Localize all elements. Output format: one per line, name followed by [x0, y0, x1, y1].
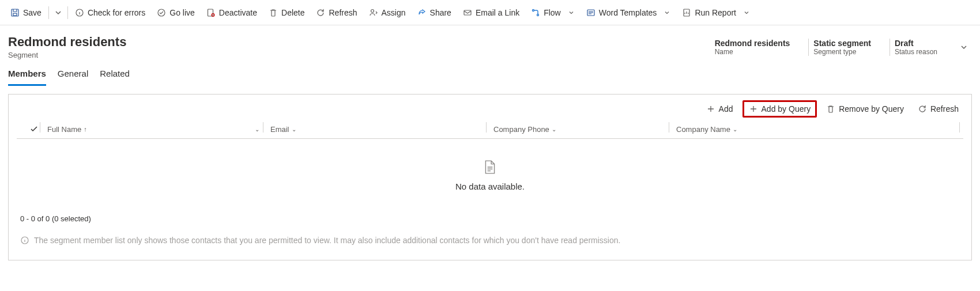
column-email[interactable]: Email ⌄: [267, 122, 486, 136]
word-templates-label: Word Templates: [599, 8, 657, 17]
check-errors-label: Check for errors: [88, 8, 145, 17]
chevron-down-icon: [568, 9, 575, 16]
header-expand-chevron[interactable]: [956, 39, 972, 55]
tab-general[interactable]: General: [58, 64, 88, 86]
add-by-query-label: Add by Query: [762, 104, 811, 114]
page-title: Redmond residents: [8, 35, 126, 50]
save-icon: [10, 8, 20, 17]
go-live-button[interactable]: Go live: [151, 2, 201, 23]
separator: [48, 6, 49, 19]
report-icon: [682, 8, 691, 17]
document-icon: [484, 160, 496, 175]
header-field-segment-type-value: Static segment: [813, 39, 871, 48]
deactivate-icon: [206, 8, 216, 17]
trash-icon: [826, 104, 835, 114]
info-icon: [75, 8, 84, 17]
column-company-phone-label: Company Phone: [493, 125, 549, 134]
flow-label: Flow: [544, 8, 561, 17]
run-report-label: Run Report: [695, 8, 736, 17]
word-templates-button[interactable]: Word Templates: [581, 2, 677, 23]
header-field-status-reason-label: Status reason: [895, 48, 937, 56]
empty-text: No data available.: [455, 182, 525, 191]
email-link-button[interactable]: Email a Link: [457, 2, 525, 23]
deactivate-button[interactable]: Deactivate: [201, 2, 263, 23]
form-tabs: Members General Related: [0, 64, 980, 86]
column-company-phone[interactable]: Company Phone ⌄: [490, 122, 669, 136]
header-field-segment-type-label: Segment type: [813, 48, 871, 56]
svg-point-6: [371, 9, 374, 12]
tab-members[interactable]: Members: [8, 64, 46, 86]
flow-button[interactable]: Flow: [525, 2, 581, 23]
refresh-icon: [316, 8, 325, 17]
column-separator: [959, 122, 960, 133]
run-report-button[interactable]: Run Report: [676, 2, 756, 23]
word-icon: [586, 8, 595, 17]
delete-button[interactable]: Delete: [263, 2, 310, 23]
column-email-label: Email: [270, 125, 289, 134]
share-label: Share: [430, 8, 451, 17]
grid-footer: 0 - 0 of 0 (0 selected): [9, 202, 971, 228]
members-grid: Add Add by Query Remove by Query Refresh…: [8, 94, 972, 260]
tab-related[interactable]: Related: [100, 64, 130, 86]
separator: [67, 6, 68, 19]
column-company-name[interactable]: Company Name ⌄: [673, 122, 959, 136]
record-header: Redmond residents Segment Redmond reside…: [0, 25, 980, 64]
assign-icon: [369, 8, 378, 17]
svg-point-9: [537, 14, 539, 16]
save-split-chevron[interactable]: [50, 2, 66, 23]
refresh-button[interactable]: Refresh: [310, 2, 363, 23]
svg-rect-4: [208, 9, 213, 16]
column-separator: [669, 122, 669, 133]
chevron-down-icon: [54, 8, 63, 17]
column-separator: [486, 122, 487, 133]
svg-rect-0: [12, 9, 18, 16]
header-field-status-reason: Draft Status reason: [889, 39, 945, 56]
svg-rect-1: [13, 13, 17, 16]
refresh-label: Refresh: [329, 8, 357, 17]
deactivate-label: Deactivate: [219, 8, 257, 17]
check-errors-button[interactable]: Check for errors: [69, 2, 151, 23]
grid-info-text: The segment member list only shows those…: [34, 236, 620, 245]
remove-by-query-button[interactable]: Remove by Query: [821, 101, 909, 116]
chevron-down-icon: ⌄: [733, 126, 737, 133]
save-button[interactable]: Save: [5, 2, 47, 23]
info-icon: [20, 236, 29, 245]
svg-point-3: [158, 9, 165, 16]
share-button[interactable]: Share: [412, 2, 457, 23]
add-label: Add: [719, 104, 733, 114]
entity-label: Segment: [8, 51, 126, 59]
plus-icon: [706, 104, 715, 114]
header-field-status-reason-value: Draft: [895, 39, 937, 48]
assign-label: Assign: [382, 8, 406, 17]
column-company-name-label: Company Name: [676, 125, 730, 134]
column-full-name-label: Full Name: [47, 125, 81, 134]
column-separator: [40, 122, 40, 133]
share-icon: [417, 8, 427, 17]
header-field-name-label: Name: [715, 48, 790, 56]
grid-header-row: Full Name ↑ ⌄ Email ⌄ Company Phone ⌄ Co…: [17, 122, 963, 139]
chevron-down-icon: [959, 43, 968, 52]
plus-icon: [749, 104, 758, 114]
add-by-query-button[interactable]: Add by Query: [742, 100, 817, 118]
refresh-subgrid-button[interactable]: Refresh: [913, 101, 963, 116]
subgrid-toolbar: Add Add by Query Remove by Query Refresh: [9, 95, 971, 122]
chevron-down-icon: ⌄: [552, 126, 556, 133]
email-link-label: Email a Link: [476, 8, 519, 17]
check-circle-icon: [157, 8, 166, 17]
flow-icon: [531, 8, 540, 17]
add-button[interactable]: Add: [702, 101, 738, 116]
sort-ascending-icon: ↑: [84, 126, 87, 133]
empty-state: No data available.: [9, 139, 971, 202]
command-bar: Save Check for errors Go live Deactivate…: [0, 0, 980, 25]
trash-icon: [269, 8, 278, 17]
header-field-name: Redmond residents Name: [710, 39, 798, 56]
chevron-down-icon: ⌄: [292, 126, 296, 133]
assign-button[interactable]: Assign: [363, 2, 412, 23]
go-live-label: Go live: [169, 8, 195, 17]
refresh-icon: [918, 104, 927, 114]
delete-label: Delete: [281, 8, 304, 17]
column-separator: [263, 122, 263, 133]
select-all-column[interactable]: [17, 122, 40, 136]
chevron-down-icon: [743, 9, 750, 16]
column-full-name[interactable]: Full Name ↑ ⌄: [44, 122, 263, 136]
